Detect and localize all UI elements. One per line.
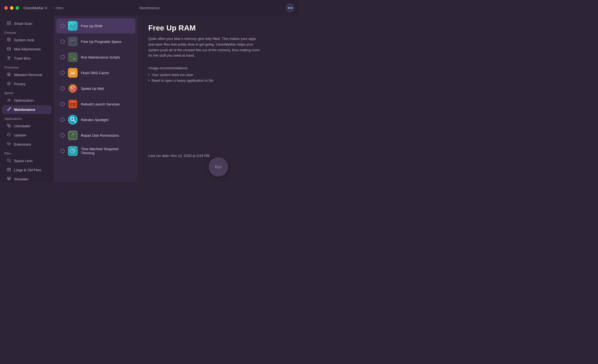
last-run-label: Last run date: — [148, 154, 170, 158]
svg-rect-15 — [71, 40, 75, 41]
task-icon-reindex-spotlight — [68, 115, 78, 125]
usage-item-1-text: Your system feels too slow — [152, 73, 193, 77]
sidebar-label-shredder: Shredder — [14, 177, 28, 181]
task-radio-run-maintenance-scripts — [60, 55, 65, 59]
task-item-free-up-ram[interactable]: RAM Free Up RAM — [56, 18, 135, 33]
run-button-wrapper: Run — [209, 157, 228, 177]
task-label-rebuild-launch-services: Rebuild Launch Services — [81, 102, 120, 106]
task-radio-flush-dns-cache — [60, 71, 65, 75]
sidebar-label-extensions: Extensions — [14, 142, 31, 146]
task-item-flush-dns-cache[interactable]: DNS Flush DNS Cache — [56, 65, 135, 80]
sidebar-label-smart-scan: Smart Scan — [14, 22, 32, 26]
section-title: Maintenance — [139, 6, 159, 10]
task-label-free-up-purgeable: Free Up Purgeable Space — [81, 40, 121, 44]
svg-rect-8 — [7, 177, 11, 178]
task-icon-rebuild-launch-services — [68, 99, 78, 109]
trash-icon — [6, 56, 11, 61]
space-lens-icon — [6, 158, 11, 163]
task-item-rebuild-launch-services[interactable]: Rebuild Launch Services — [56, 97, 135, 112]
usage-list: Your system feels too slow Need to open … — [148, 73, 288, 83]
sidebar-label-privacy: Privacy — [14, 82, 26, 86]
close-button[interactable] — [4, 6, 8, 10]
avatar-button[interactable] — [286, 3, 295, 12]
task-radio-free-up-ram — [60, 24, 65, 28]
privacy-icon — [6, 81, 11, 87]
task-label-speed-up-mail: Speed Up Mail — [81, 87, 104, 91]
detail-title: Free Up RAM — [148, 24, 288, 32]
svg-point-1 — [7, 38, 11, 41]
sidebar-item-smart-scan[interactable]: Smart Scan — [2, 19, 52, 28]
sidebar-section-files: Files — [0, 149, 54, 156]
task-radio-rebuild-launch-services — [60, 102, 65, 106]
titlebar: CleanMyMac X ‹ Intro Maintenance — [0, 0, 299, 16]
sidebar-item-shredder[interactable]: Shredder — [2, 175, 52, 182]
back-arrow-icon: ‹ — [54, 5, 55, 10]
app-title: CleanMyMac X — [23, 6, 47, 10]
task-item-run-maintenance-scripts[interactable]: Run Maintenance Scripts — [56, 50, 135, 65]
sidebar-item-privacy[interactable]: Privacy — [2, 80, 52, 88]
task-item-speed-up-mail[interactable]: Speed Up Mail — [56, 81, 135, 96]
detail-panel: Free Up RAM Quite often your Mac's memor… — [138, 16, 299, 182]
sidebar-item-system-junk[interactable]: System Junk — [2, 36, 52, 44]
svg-rect-5 — [9, 125, 11, 127]
sidebar-item-space-lens[interactable]: Space Lens — [2, 156, 52, 165]
shredder-icon — [6, 177, 11, 182]
back-button[interactable]: ‹ Intro — [54, 5, 63, 10]
sidebar-label-large-old-files: Large & Old Files — [14, 168, 41, 172]
svg-point-3 — [8, 73, 11, 76]
main-content: Smart Scan Cleanup System Junk Mail Atta… — [0, 16, 299, 182]
mail-icon — [6, 47, 11, 52]
task-label-free-up-ram: Free Up RAM — [81, 24, 102, 28]
sidebar-item-malware-removal[interactable]: Malware Removal — [2, 70, 52, 79]
svg-rect-16 — [71, 41, 73, 42]
malware-icon — [6, 72, 11, 77]
traffic-lights — [4, 6, 19, 10]
sidebar: Smart Scan Cleanup System Junk Mail Atta… — [0, 16, 54, 182]
sidebar-item-large-old-files[interactable]: Large & Old Files — [2, 166, 52, 174]
task-radio-free-up-purgeable — [60, 39, 65, 44]
usage-recommendations: Usage recommendations: Your system feels… — [148, 66, 288, 93]
updater-icon — [6, 133, 11, 138]
task-item-repair-disk-permissions[interactable]: Repair Disk Permissions — [56, 128, 135, 143]
sidebar-label-trash-bins: Trash Bins — [14, 56, 31, 60]
sidebar-item-extensions[interactable]: Extensions — [2, 140, 52, 149]
sidebar-item-optimization[interactable]: Optimization — [2, 96, 52, 105]
sidebar-label-space-lens: Space Lens — [14, 159, 33, 163]
task-icon-free-up-ram: RAM — [68, 21, 78, 31]
smart-scan-icon — [6, 21, 11, 26]
task-panel: RAM Free Up RAM Free Up Purgeable Space — [54, 16, 138, 182]
maintenance-icon — [6, 107, 11, 112]
sidebar-item-maintenance[interactable]: Maintenance — [2, 105, 52, 114]
svg-rect-12 — [74, 25, 74, 27]
task-item-time-machine-thinning[interactable]: Time Machine Snapshot Thinning — [56, 143, 135, 159]
large-files-icon — [6, 167, 11, 173]
avatar-icon — [288, 7, 293, 9]
extensions-icon — [6, 142, 11, 147]
maximize-button[interactable] — [16, 6, 19, 10]
system-junk-icon — [6, 37, 11, 43]
usage-title: Usage recommendations: — [148, 66, 288, 70]
svg-rect-11 — [72, 25, 73, 27]
sidebar-item-mail-attachments[interactable]: Mail Attachments — [2, 45, 52, 54]
usage-item-2: Need to open a heavy application or file — [148, 78, 288, 83]
sidebar-item-uninstaller[interactable]: Uninstaller — [2, 122, 52, 131]
minimize-button[interactable] — [10, 6, 13, 10]
usage-item-2-text: Need to open a heavy application or file — [152, 78, 213, 83]
sidebar-label-updater: Updater — [14, 133, 26, 137]
svg-rect-10 — [71, 25, 72, 27]
sidebar-item-trash-bins[interactable]: Trash Bins — [2, 54, 52, 63]
task-label-run-maintenance-scripts: Run Maintenance Scripts — [81, 55, 120, 59]
task-label-flush-dns-cache: Flush DNS Cache — [81, 71, 109, 75]
sidebar-label-uninstaller: Uninstaller — [14, 124, 30, 128]
svg-rect-7 — [7, 168, 11, 171]
sidebar-item-updater[interactable]: Updater — [2, 131, 52, 140]
task-icon-flush-dns-cache: DNS — [68, 68, 78, 78]
run-button[interactable]: Run — [209, 157, 228, 177]
task-radio-time-machine-thinning — [60, 149, 65, 153]
task-label-repair-disk-permissions: Repair Disk Permissions — [81, 133, 119, 138]
task-item-free-up-purgeable[interactable]: Free Up Purgeable Space — [56, 34, 135, 49]
back-label: Intro — [56, 6, 63, 10]
task-icon-run-maintenance-scripts — [68, 52, 78, 62]
svg-rect-2 — [7, 48, 11, 50]
task-item-reindex-spotlight[interactable]: Reindex Spotlight — [56, 112, 135, 127]
